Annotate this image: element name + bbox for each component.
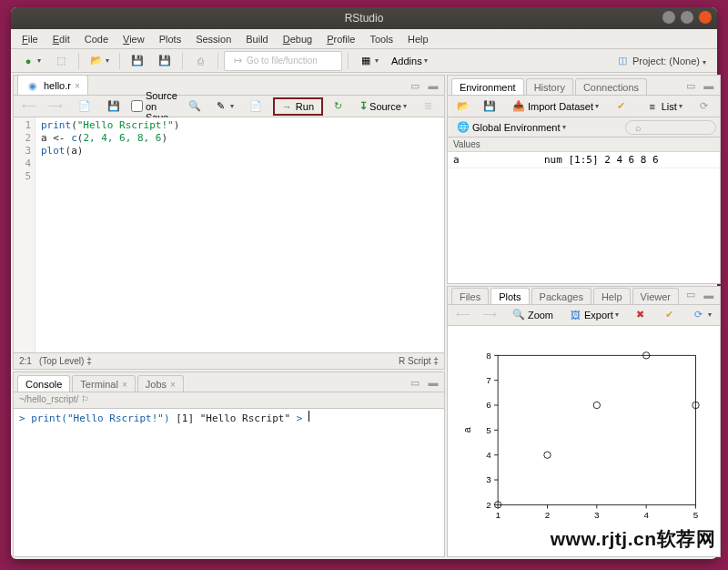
goto-icon: ↦ bbox=[230, 54, 245, 68]
window-minimize-button[interactable] bbox=[662, 11, 675, 24]
tab-history[interactable]: History bbox=[526, 78, 573, 95]
tab-connections[interactable]: Connections bbox=[575, 78, 647, 95]
svg-text:5: 5 bbox=[486, 424, 491, 434]
pane-popout-icon[interactable]: ▭ bbox=[683, 78, 698, 93]
window-close-button[interactable] bbox=[699, 11, 712, 24]
report-button[interactable]: 📄 bbox=[244, 97, 268, 117]
pane-collapse-icon[interactable]: ▬ bbox=[426, 375, 440, 390]
pane-popout-icon[interactable]: ▭ bbox=[683, 288, 698, 302]
window-maximize-button[interactable] bbox=[681, 11, 693, 24]
remove-icon: ✖ bbox=[633, 308, 648, 322]
tab-environment[interactable]: Environment bbox=[451, 78, 524, 95]
plot-canvas: 234567812345a bbox=[448, 326, 720, 556]
source-button[interactable]: ↧Source ▾ bbox=[355, 97, 411, 115]
menu-session[interactable]: Session bbox=[188, 31, 238, 47]
tab-jobs[interactable]: Jobs × bbox=[137, 375, 184, 392]
wand-button[interactable]: ✎▾ bbox=[209, 97, 238, 117]
print-button[interactable]: ⎙ bbox=[188, 51, 212, 71]
find-button[interactable]: 🔍 bbox=[183, 97, 207, 117]
new-project-button[interactable]: ⬚ bbox=[49, 51, 73, 71]
svg-point-27 bbox=[544, 452, 551, 458]
globe-icon: 🌐 bbox=[456, 120, 470, 135]
menu-help[interactable]: Help bbox=[400, 31, 436, 47]
source-editor[interactable]: 12345 print("Hello Rscript!") a <- c(2, … bbox=[14, 117, 444, 352]
menu-tools[interactable]: Tools bbox=[362, 31, 400, 47]
pane-popout-icon[interactable]: ▭ bbox=[408, 78, 422, 93]
arrow-left-icon: ⟵ bbox=[22, 99, 36, 114]
tab-packages[interactable]: Packages bbox=[531, 288, 592, 304]
tab-files[interactable]: Files bbox=[451, 288, 489, 304]
load-workspace-button[interactable]: 📂 bbox=[451, 97, 475, 117]
tab-plots[interactable]: Plots bbox=[490, 288, 529, 304]
menu-view[interactable]: View bbox=[116, 31, 152, 47]
popout-icon: 📄 bbox=[77, 99, 92, 114]
tab-terminal[interactable]: Terminal × bbox=[72, 375, 135, 392]
remove-plot-button[interactable]: ✖ bbox=[629, 305, 652, 325]
watermark-text: www.rjtj.cn软荐网 bbox=[551, 526, 715, 552]
back-button[interactable]: ⟵ bbox=[17, 97, 41, 117]
clear-plots-button[interactable]: ✔ bbox=[658, 305, 682, 325]
env-scope-selector[interactable]: 🌐 Global Environment ▾ bbox=[451, 117, 571, 137]
open-file-button[interactable]: 📂▾ bbox=[85, 51, 114, 71]
plot-next-button[interactable]: ⟶ bbox=[478, 305, 501, 325]
plots-tabbar: Files Plots Packages Help Viewer ▭ ▬ bbox=[448, 287, 720, 305]
menu-edit[interactable]: Edit bbox=[46, 31, 77, 47]
refresh-plot-button[interactable]: ⟳▾ bbox=[687, 305, 716, 325]
run-arrow-icon: → bbox=[282, 101, 292, 112]
menu-file[interactable]: File bbox=[15, 31, 46, 47]
env-variable-row[interactable]: a num [1:5] 2 4 6 8 6 bbox=[448, 152, 720, 168]
save-button[interactable]: 💾 bbox=[126, 51, 149, 71]
rerun-button[interactable]: ↻ bbox=[326, 97, 349, 117]
list-view-button[interactable]: ≡ List ▾ bbox=[641, 97, 687, 117]
pane-collapse-icon[interactable]: ▬ bbox=[426, 78, 440, 93]
tab-console[interactable]: Console bbox=[17, 375, 70, 392]
svg-text:4: 4 bbox=[643, 510, 649, 520]
grid-button[interactable]: ▦▾ bbox=[354, 51, 383, 71]
menu-debug[interactable]: Debug bbox=[276, 31, 319, 47]
source-statusbar: 2:1 (Top Level) ‡ R Script ‡ bbox=[14, 352, 444, 369]
clear-workspace-button[interactable]: ✔ bbox=[609, 97, 632, 117]
rstudio-window: RStudio File Edit Code View Plots Sessio… bbox=[11, 7, 717, 559]
save-all-button[interactable]: 💾 bbox=[153, 51, 177, 71]
menu-profile[interactable]: Profile bbox=[319, 31, 362, 47]
save-source-button[interactable]: 💾 bbox=[102, 97, 126, 117]
pane-popout-icon[interactable]: ▭ bbox=[408, 375, 422, 390]
svg-text:2: 2 bbox=[545, 510, 550, 520]
source-tabbar: ◉ hello.r × ▭ ▬ bbox=[14, 76, 444, 96]
run-button[interactable]: →Run bbox=[273, 97, 323, 116]
addins-button[interactable]: Addins ▾ bbox=[387, 53, 432, 69]
console-body[interactable]: > print("Hello Rscript!") [1] "Hello Rsc… bbox=[14, 409, 444, 556]
import-dataset-button[interactable]: 📥 Import Dataset ▾ bbox=[507, 97, 603, 117]
source-arrow-icon: ↧ bbox=[359, 100, 368, 112]
plot-prev-button[interactable]: ⟵ bbox=[451, 305, 475, 325]
scope-selector[interactable]: (Top Level) ‡ bbox=[39, 356, 92, 366]
zoom-button[interactable]: 🔍 Zoom bbox=[507, 305, 558, 325]
folder-open-icon: 📂 bbox=[89, 54, 104, 68]
grid-icon: ▦ bbox=[359, 54, 373, 68]
export-button[interactable]: 🖼 Export ▾ bbox=[563, 305, 623, 325]
env-search-input[interactable]: ⌕ bbox=[625, 120, 716, 135]
code-area[interactable]: print("Hello Rscript!") a <- c(2, 4, 6, … bbox=[35, 117, 185, 352]
refresh-env-button[interactable]: ⟳ bbox=[693, 97, 716, 117]
project-selector[interactable]: ◫ Project: (None) ▾ bbox=[610, 52, 712, 70]
tab-help[interactable]: Help bbox=[593, 288, 631, 304]
menu-code[interactable]: Code bbox=[77, 31, 116, 47]
save-workspace-button[interactable]: 💾 bbox=[478, 97, 501, 117]
goto-file-input[interactable]: ↦ Go to file/function bbox=[224, 51, 342, 71]
pane-collapse-icon[interactable]: ▬ bbox=[702, 288, 716, 302]
outline-button[interactable]: ≣ bbox=[417, 97, 440, 117]
console-tabbar: Console Terminal × Jobs × ▭ ▬ bbox=[14, 372, 444, 392]
show-in-new-button[interactable]: 📄 bbox=[73, 97, 96, 117]
svg-rect-0 bbox=[498, 355, 695, 504]
import-icon: 📥 bbox=[511, 99, 526, 114]
menu-plots[interactable]: Plots bbox=[152, 31, 188, 47]
close-icon[interactable]: × bbox=[75, 81, 80, 91]
new-file-button[interactable]: ●▾ bbox=[16, 51, 46, 71]
pane-collapse-icon[interactable]: ▬ bbox=[702, 78, 716, 93]
source-tab-hello[interactable]: ◉ hello.r × bbox=[17, 75, 88, 95]
tab-viewer[interactable]: Viewer bbox=[632, 288, 679, 304]
lang-selector[interactable]: R Script ‡ bbox=[399, 356, 439, 366]
report-icon: 📄 bbox=[248, 99, 263, 114]
menu-build[interactable]: Build bbox=[238, 31, 275, 47]
forward-button[interactable]: ⟶ bbox=[44, 97, 67, 117]
